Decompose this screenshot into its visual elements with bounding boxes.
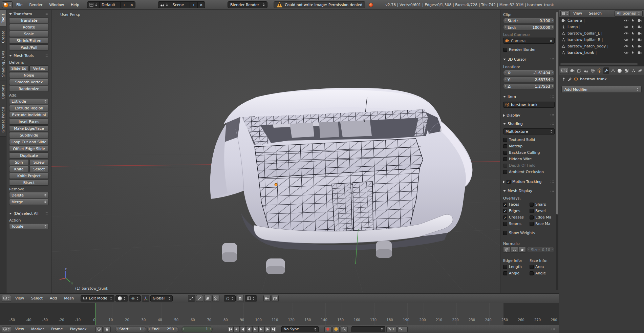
menu-select[interactable]: Select bbox=[28, 295, 46, 301]
mode-selector[interactable]: Edit Mode bbox=[81, 295, 114, 301]
renderable-camera-icon[interactable] bbox=[637, 25, 642, 29]
edge-angle-checkbox[interactable]: Angle bbox=[503, 270, 528, 276]
scene-name[interactable]: Scene bbox=[170, 2, 190, 8]
tab-texture[interactable] bbox=[623, 67, 629, 74]
outliner-item-bpillar-r[interactable]: barstow_bpillar_R| bbox=[559, 37, 644, 43]
menu-view[interactable]: View bbox=[12, 295, 27, 301]
cursor-y-field[interactable]: Y:2.63734 bbox=[503, 77, 555, 83]
tab-object-data[interactable] bbox=[610, 67, 616, 74]
tab-object[interactable] bbox=[597, 67, 603, 74]
snap-toggle[interactable] bbox=[237, 295, 244, 302]
menu-view[interactable]: View bbox=[570, 10, 585, 17]
matcap-checkbox[interactable]: Matcap bbox=[503, 143, 555, 149]
viewport-shading-selector[interactable] bbox=[115, 295, 128, 301]
menu-file[interactable]: File bbox=[13, 2, 25, 8]
faces-overlay-checkbox[interactable]: ✓Faces bbox=[503, 201, 528, 208]
tool-button[interactable]: Smooth Vertex bbox=[9, 79, 49, 85]
tool-button[interactable]: Translate bbox=[9, 17, 49, 23]
split-normals-toggle[interactable] bbox=[511, 247, 518, 253]
tab-material[interactable] bbox=[617, 67, 623, 74]
delete-select[interactable]: Delete bbox=[9, 192, 49, 198]
tool-button[interactable]: Knife Project bbox=[9, 173, 49, 179]
editor-type-button[interactable] bbox=[2, 326, 11, 332]
renderable-camera-icon[interactable] bbox=[637, 19, 642, 23]
selectable-arrow-icon[interactable] bbox=[630, 44, 636, 48]
renderable-camera-icon[interactable] bbox=[637, 32, 642, 36]
tool-button[interactable]: Loop Cut and Slide bbox=[9, 139, 49, 145]
menu-frame[interactable]: Frame bbox=[48, 326, 66, 332]
keying-icon[interactable] bbox=[341, 326, 348, 332]
mesh-tools-panel-header[interactable]: Mesh Tools bbox=[9, 53, 49, 59]
seams-overlay-checkbox[interactable]: Seams bbox=[503, 221, 528, 227]
renderable-camera-icon[interactable] bbox=[637, 38, 642, 42]
toolshelf-tab-shading-uvs[interactable]: Shading / UVs bbox=[0, 47, 6, 81]
blender-menu-button[interactable] bbox=[2, 1, 13, 8]
prev-keyframe-button[interactable] bbox=[234, 326, 240, 332]
local-camera-field[interactable]: Camera × bbox=[503, 38, 555, 44]
visibility-eye-icon[interactable] bbox=[623, 31, 629, 36]
screw-button[interactable]: Screw bbox=[29, 159, 49, 165]
tool-button[interactable]: Offset Edge Slide bbox=[9, 146, 49, 152]
show-weights-checkbox[interactable]: Show Weights bbox=[503, 230, 555, 236]
menu-window[interactable]: Window bbox=[46, 2, 67, 8]
tool-button[interactable]: Subdivide bbox=[9, 132, 49, 138]
resize-grip-icon[interactable] bbox=[551, 328, 556, 331]
vertex-normals-toggle[interactable] bbox=[503, 247, 510, 253]
menu-render[interactable]: Render bbox=[26, 2, 45, 8]
action-select[interactable]: Toggle bbox=[9, 223, 49, 229]
deselect-all-panel-header[interactable]: (De)select All bbox=[9, 210, 49, 217]
creases-overlay-checkbox[interactable]: ✓Creases bbox=[503, 214, 528, 221]
cursor-x-field[interactable]: X:-1.61404 bbox=[503, 70, 555, 76]
toolshelf-tab-grease-pencil[interactable]: Grease Pencil bbox=[0, 103, 6, 137]
face-normals-toggle[interactable] bbox=[519, 247, 526, 253]
cursor-panel-header[interactable]: 3D Cursor bbox=[503, 56, 555, 63]
toolshelf-tab-tools[interactable]: Tools bbox=[0, 10, 6, 27]
face-marks-overlay-checkbox[interactable]: Face Ma bbox=[530, 221, 555, 227]
selectable-arrow-icon[interactable] bbox=[630, 38, 636, 42]
end-frame-field[interactable]: End:250 bbox=[147, 326, 178, 332]
hidden-wire-checkbox[interactable]: Hidden Wire bbox=[503, 156, 555, 162]
spin-button[interactable]: Spin bbox=[9, 159, 29, 165]
tab-render[interactable] bbox=[570, 67, 576, 74]
selectable-arrow-icon[interactable] bbox=[630, 25, 636, 29]
scene-selector[interactable]: Scene + × bbox=[158, 1, 205, 8]
selectable-arrow-icon[interactable] bbox=[630, 51, 636, 55]
record-button[interactable] bbox=[324, 326, 331, 332]
lock-icon[interactable] bbox=[104, 326, 111, 332]
shading-panel-header[interactable]: Shading bbox=[503, 121, 555, 127]
selectable-arrow-icon[interactable] bbox=[630, 19, 636, 22]
clip-start-field[interactable]: Start:0.100 bbox=[503, 18, 555, 24]
jump-to-end-button[interactable] bbox=[271, 326, 276, 332]
outliner-item-camera[interactable]: Camera| bbox=[559, 17, 644, 24]
tool-button[interactable]: Rotate bbox=[9, 24, 49, 30]
playhead[interactable] bbox=[95, 303, 96, 325]
renderable-camera-icon[interactable] bbox=[637, 44, 642, 48]
tool-button[interactable]: Noise bbox=[9, 72, 49, 78]
tab-physics[interactable] bbox=[637, 67, 643, 74]
tab-modifiers[interactable] bbox=[603, 67, 609, 74]
motion-tracking-panel-header[interactable]: ✓Motion Tracking bbox=[503, 179, 555, 185]
proportional-edit-selector[interactable]: ○ bbox=[224, 295, 236, 301]
delete-scene-button[interactable]: × bbox=[197, 2, 205, 8]
toolshelf-tab-options[interactable]: Options bbox=[0, 81, 6, 103]
delete-keyframe-button[interactable]: − bbox=[398, 326, 408, 332]
edge-select-mode-button[interactable] bbox=[196, 295, 203, 302]
clear-camera-icon[interactable]: × bbox=[550, 39, 553, 43]
menu-view[interactable]: View bbox=[12, 326, 27, 332]
add-layout-button[interactable]: + bbox=[120, 2, 128, 8]
sync-mode-selector[interactable]: No Sync bbox=[281, 326, 319, 332]
tool-button[interactable]: Extrude Region bbox=[9, 105, 49, 111]
menu-search[interactable]: Search bbox=[586, 10, 605, 17]
vertex-select-mode-button[interactable] bbox=[188, 295, 195, 302]
start-frame-field[interactable]: Start:1 bbox=[115, 326, 146, 332]
opengl-render-button[interactable] bbox=[263, 295, 271, 302]
edge-marks-overlay-checkbox[interactable]: Edge Ma bbox=[530, 214, 555, 221]
current-frame-field[interactable]: 1 bbox=[181, 326, 213, 332]
display-scope-selector[interactable]: All Scenes bbox=[614, 11, 643, 17]
outliner-item-lamp[interactable]: Lamp| bbox=[559, 24, 644, 30]
tool-button[interactable]: Shrink/Fatten bbox=[9, 38, 49, 44]
visibility-eye-icon[interactable] bbox=[623, 38, 629, 42]
backface-culling-checkbox[interactable]: Backface Culling bbox=[503, 149, 555, 156]
slide-edge-button[interactable]: Slide Ed bbox=[9, 65, 29, 71]
timeline-ruler[interactable]: -50-40-30-20-100102030405060708090100110… bbox=[0, 303, 559, 325]
